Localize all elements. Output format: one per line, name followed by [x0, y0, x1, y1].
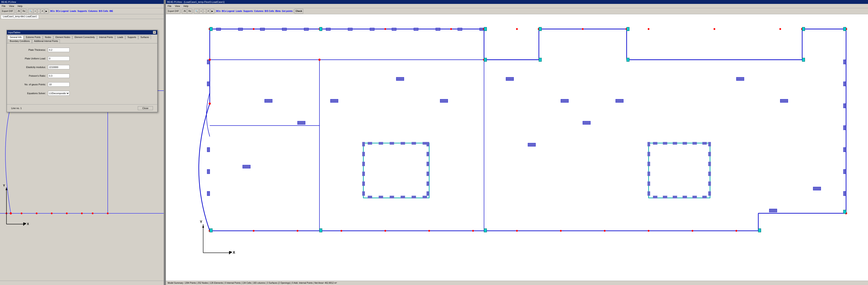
svg-rect-117	[331, 99, 338, 102]
select-equations-solver[interactable]: LUDecomposition	[48, 91, 69, 96]
left-tab[interactable]: LoadCase1_temp-title1-LoadCase1	[1, 15, 39, 19]
right-toolbar-zoom[interactable]: 🔍	[194, 9, 199, 13]
right-toolbar-zoom-in[interactable]: +	[199, 9, 203, 13]
svg-rect-104	[653, 142, 657, 145]
svg-rect-170	[210, 27, 212, 31]
modal-tab-element-nodes[interactable]: Element Nodes	[54, 35, 72, 39]
svg-rect-114	[692, 196, 697, 198]
svg-rect-103	[708, 191, 711, 196]
toolbar-zoom-out[interactable]: -	[37, 9, 40, 13]
svg-point-143	[253, 230, 254, 232]
right-toolbar-columns-label[interactable]: Columns	[254, 10, 264, 12]
toolbar-grid[interactable]: #	[40, 9, 44, 13]
right-toolbar-in[interactable]: .IN	[182, 9, 187, 13]
modal-title-bar: InputTables ✕	[7, 30, 157, 35]
right-toolbar: Export DXF .IN Re 🔍 + - # ▶ BCs BCs Lege…	[166, 8, 868, 14]
svg-rect-177	[210, 229, 212, 232]
modal-tab-internal-points[interactable]: Internal Points	[97, 35, 115, 39]
modal-tab-nodes[interactable]: Nodes	[43, 35, 53, 39]
svg-point-147	[428, 230, 430, 232]
svg-rect-66	[363, 143, 429, 198]
toolbar-supports-label[interactable]: Supports	[78, 10, 87, 12]
label-plate-uniform-load: Plate Uniform Load:	[13, 57, 48, 60]
svg-rect-112	[673, 196, 677, 198]
right-toolbar-export-dxf[interactable]: Export DXF	[167, 9, 180, 13]
svg-rect-116	[265, 99, 272, 102]
right-toolbar-check-btn[interactable]: Check	[294, 9, 303, 13]
menu-view-right[interactable]: View	[174, 4, 181, 7]
toolbar-re[interactable]: Re	[21, 9, 26, 13]
menu-help-right[interactable]: Help	[183, 4, 189, 7]
svg-rect-123	[736, 77, 744, 81]
right-toolbar-supports-label[interactable]: Supports	[243, 10, 253, 12]
modal-tab-additional-internal-points[interactable]: Additional Internal Points	[32, 39, 60, 43]
toolbar-loads-label[interactable]: Loads	[70, 10, 76, 12]
toolbar-select[interactable]: ▶	[44, 9, 49, 13]
left-panel: BE4E-PLView File View Help Export DXF .I…	[0, 0, 164, 285]
svg-point-163	[779, 28, 781, 30]
menu-view-left[interactable]: View	[8, 4, 15, 7]
modal-close-x-btn[interactable]: ✕	[153, 31, 156, 34]
input-plate-thickness[interactable]	[48, 48, 69, 52]
menu-help-left[interactable]: Help	[17, 4, 23, 7]
svg-point-144	[297, 230, 298, 232]
right-toolbar-grid[interactable]: #	[207, 9, 210, 13]
label-gauss-points: No. of gauss Points:	[13, 83, 48, 86]
toolbar-export-dxf[interactable]: Export DXF	[1, 9, 14, 13]
modal-tab-surfaces[interactable]: Surfaces	[138, 35, 151, 39]
svg-rect-173	[539, 27, 541, 31]
toolbar-columns-label[interactable]: Columns	[88, 10, 98, 12]
menu-file-left[interactable]: File	[1, 4, 6, 7]
toolbar-bcs-legend-label[interactable]: BCs Legend	[56, 10, 68, 12]
right-toolbar-ibeta-label[interactable]: IBeta	[275, 10, 281, 12]
modal-close-button[interactable]: Close	[138, 106, 153, 110]
panel-divider[interactable]	[164, 0, 166, 285]
modal-tab-supports[interactable]: Supports	[125, 35, 138, 39]
svg-rect-93	[648, 152, 650, 156]
svg-rect-58	[207, 191, 210, 196]
input-elasticity-modulus[interactable]	[48, 65, 69, 69]
svg-rect-174	[626, 27, 629, 31]
modal-tab-element-connectivity[interactable]: Element Connectivity	[72, 35, 97, 39]
toolbar-bcs-label[interactable]: BCs	[50, 10, 55, 12]
form-row-plate-thickness: Plate Thickness:	[13, 48, 151, 52]
modal-tab-boundary-conditions[interactable]: Boundary Conditions	[8, 39, 32, 43]
right-toolbar-loads-label[interactable]: Loads	[236, 10, 242, 12]
svg-point-145	[341, 230, 342, 232]
right-toolbar-bs-cells-label[interactable]: B/S Cells	[265, 10, 274, 12]
svg-rect-181	[843, 210, 846, 214]
svg-rect-77	[427, 181, 429, 186]
modal-tab-extreme-points[interactable]: Extreme Points	[24, 35, 42, 39]
toolbar-ibe-label[interactable]: IBE	[110, 10, 113, 12]
modal-tab-loads[interactable]: Loads	[115, 35, 125, 39]
svg-point-141	[318, 59, 320, 61]
modal-tab-general-info[interactable]: General Info	[8, 35, 24, 39]
toolbar-in[interactable]: .IN	[16, 9, 21, 13]
right-toolbar-select[interactable]: ▶	[210, 9, 214, 13]
modal-tabs: General Info Extreme Points Nodes Elemen…	[7, 35, 157, 43]
svg-rect-118	[396, 77, 404, 81]
svg-rect-178	[319, 229, 322, 232]
right-toolbar-re[interactable]: Re	[187, 9, 192, 13]
svg-point-152	[648, 230, 649, 232]
svg-rect-67	[362, 142, 365, 147]
toolbar-bs-cells-label[interactable]: B/S Cells	[99, 10, 108, 12]
right-toolbar-bcs-legend-label[interactable]: BCs Legend	[222, 10, 234, 12]
svg-point-2	[21, 213, 23, 214]
right-toolbar-zoom-out[interactable]: -	[203, 9, 206, 13]
label-poissons-ratio: Poisson's Ratio:	[13, 74, 48, 77]
svg-rect-41	[216, 28, 221, 30]
right-toolbar-get-points-label[interactable]: Get points	[282, 10, 292, 12]
svg-point-160	[582, 28, 584, 30]
input-plate-uniform-load[interactable]	[48, 56, 69, 61]
svg-rect-176	[843, 27, 846, 31]
toolbar-zoom-in[interactable]: +	[33, 9, 37, 13]
modal-footer: Line no. 1 Close	[7, 104, 157, 112]
svg-rect-109	[702, 142, 707, 145]
input-gauss-points[interactable]	[48, 82, 69, 87]
toolbar-zoom[interactable]: 🔍	[28, 9, 33, 13]
right-toolbar-bcs-label[interactable]: BCs	[216, 10, 220, 12]
input-poissons-ratio[interactable]	[48, 74, 69, 78]
form-row-plate-uniform-load: Plate Uniform Load:	[13, 56, 151, 61]
menu-file-right[interactable]: File	[167, 4, 172, 7]
